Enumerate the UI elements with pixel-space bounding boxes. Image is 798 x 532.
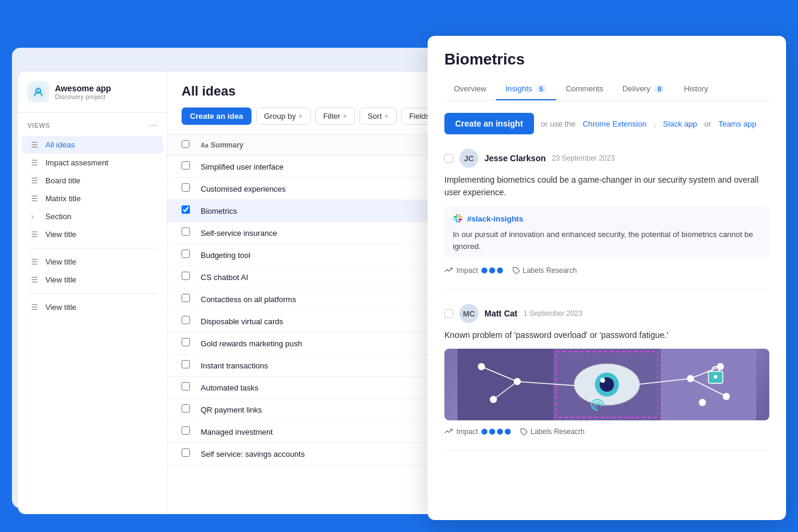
detail-tabs: Overview Insights 5 Comments Delivery 8 … xyxy=(444,78,769,101)
app-icon xyxy=(27,81,49,103)
select-all-checkbox[interactable] xyxy=(182,140,189,148)
row-checkbox[interactable] xyxy=(182,272,190,280)
list-icon: ☰ xyxy=(31,176,41,185)
row-checkbox[interactable] xyxy=(182,426,190,435)
row-checkbox[interactable] xyxy=(182,183,190,192)
labels-metric-1: Labels Research xyxy=(512,266,577,275)
label-icon-2 xyxy=(520,428,528,436)
sidebar-item-label: Section xyxy=(45,212,71,221)
impact-dots-1 xyxy=(481,267,503,273)
sidebar-item-label: View title xyxy=(45,230,76,239)
or-use-text: or use the xyxy=(541,119,576,128)
svg-rect-5 xyxy=(458,349,553,420)
filter-button[interactable]: Filter + xyxy=(315,107,355,125)
sidebar-item-matrix-title[interactable]: ☰ Matrix title xyxy=(22,190,163,207)
delivery-badge: 8 xyxy=(654,85,665,93)
row-checkbox[interactable] xyxy=(182,205,190,214)
impact-metric-2: Impact xyxy=(444,428,511,436)
list-icon: ☰ xyxy=(31,140,41,149)
row-checkbox[interactable] xyxy=(182,404,190,413)
slack-icon xyxy=(453,213,464,224)
impact-icon-2 xyxy=(444,428,453,436)
dot-2-3 xyxy=(497,429,503,435)
insight-author-2: Matt Cat xyxy=(484,309,517,318)
dot-3 xyxy=(497,267,503,273)
list-icon: ☰ xyxy=(31,158,41,167)
slack-app-link[interactable]: Slack app xyxy=(663,119,697,128)
slack-quote-1: In our pursuit of innovation and enhance… xyxy=(453,229,761,252)
insight-card-1: JC Jesse Clarkson 23 September 2023 Impl… xyxy=(444,149,769,290)
svg-rect-7 xyxy=(661,349,756,420)
svg-point-2 xyxy=(38,90,39,92)
sidebar-item-view-title-2[interactable]: ☰ View title xyxy=(22,253,163,270)
slack-reference-1: #slack-insights In our pursuit of innova… xyxy=(444,206,769,259)
create-insight-button[interactable]: Create an insight xyxy=(444,113,534,134)
sidebar-item-all-ideas[interactable]: ☰ All ideas xyxy=(22,136,163,153)
chrome-extension-link[interactable]: Chrome Extension xyxy=(582,119,646,128)
tab-comments[interactable]: Comments xyxy=(556,78,613,100)
dot-1 xyxy=(481,267,487,273)
labels-metric-2: Labels Reseacrh xyxy=(520,428,585,436)
group-by-button[interactable]: Group by + xyxy=(256,107,311,125)
app-header: Awesome app Discovery project xyxy=(18,81,167,113)
insight-author-1: Jesse Clarkson xyxy=(484,153,546,163)
sidebar-item-board-title[interactable]: ☰ Board title xyxy=(22,172,163,189)
insight-footer-1: Impact Labels Research xyxy=(444,266,769,275)
views-more-button[interactable]: ··· xyxy=(149,120,157,131)
tab-history[interactable]: History xyxy=(674,78,717,100)
tab-insights[interactable]: Insights 5 xyxy=(496,78,556,100)
row-checkbox[interactable] xyxy=(182,161,190,170)
views-header: VIEWS ··· xyxy=(18,120,167,136)
row-checkbox[interactable] xyxy=(182,448,190,457)
insights-badge: 5 xyxy=(536,85,547,93)
insight-date-1: 23 September 2023 xyxy=(552,154,615,162)
or-text-2: or xyxy=(704,119,711,128)
row-checkbox[interactable] xyxy=(182,250,190,258)
insight-date-2: 1 September 2023 xyxy=(523,309,582,318)
views-label: VIEWS xyxy=(27,122,50,129)
sidebar-item-section[interactable]: › Section xyxy=(22,208,163,225)
sort-plus-icon: + xyxy=(384,112,389,121)
sort-button[interactable]: Sort + xyxy=(360,107,396,125)
detail-title: Biometrics xyxy=(444,50,769,69)
sidebar-item-label: Matrix title xyxy=(45,194,81,203)
dot-2-2 xyxy=(489,429,495,435)
tab-overview[interactable]: Overview xyxy=(444,78,496,100)
create-insight-bar: Create an insight or use the Chrome Exte… xyxy=(444,113,769,134)
dot-2-4 xyxy=(505,429,511,435)
insight-meta-1: JC Jesse Clarkson 23 September 2023 xyxy=(444,149,769,168)
sidebar-item-label: All ideas xyxy=(45,140,75,149)
row-checkbox[interactable] xyxy=(182,360,190,368)
teams-app-link[interactable]: Teams app xyxy=(719,119,757,128)
insight-checkbox-1[interactable] xyxy=(444,154,453,163)
row-checkbox[interactable] xyxy=(182,227,190,236)
slack-channel-1[interactable]: #slack-insights xyxy=(453,213,761,224)
sidebar-item-label: Board title xyxy=(45,176,81,185)
row-checkbox[interactable] xyxy=(182,382,190,390)
sidebar-item-label: View title xyxy=(45,257,76,266)
detail-header: Biometrics Overview Insights 5 Comments … xyxy=(428,36,786,101)
insight-meta-2: MC Matt Cat 1 September 2023 xyxy=(444,304,769,323)
svg-point-12 xyxy=(600,378,605,383)
row-checkbox[interactable] xyxy=(182,316,190,324)
sidebar-item-view-title-3[interactable]: ☰ View title xyxy=(22,271,163,288)
sidebar-item-label: Impact assesment xyxy=(45,158,109,167)
create-idea-button[interactable]: Create an idea xyxy=(182,107,251,125)
group-by-plus-icon: + xyxy=(298,112,303,121)
sidebar-item-view-title-4[interactable]: ☰ View title xyxy=(22,299,163,316)
sidebar-divider-2 xyxy=(27,293,157,294)
row-checkbox[interactable] xyxy=(182,338,190,346)
sort-label: Sort xyxy=(367,112,382,121)
impact-dots-2 xyxy=(481,429,511,435)
sidebar-item-view-title-1[interactable]: ☰ View title xyxy=(22,226,163,243)
labels-value-2: Reseacrh xyxy=(554,428,584,436)
label-icon xyxy=(512,267,520,275)
tab-delivery[interactable]: Delivery 8 xyxy=(613,78,674,100)
sidebar-item-label: View title xyxy=(45,275,76,284)
row-checkbox[interactable] xyxy=(182,294,190,302)
fields-label: Fields xyxy=(409,112,430,121)
list-icon: ☰ xyxy=(31,275,41,284)
sidebar-item-impact-assessment[interactable]: ☰ Impact assesment xyxy=(22,154,163,171)
sidebar-divider-1 xyxy=(27,248,157,248)
insight-checkbox-2[interactable] xyxy=(444,309,453,318)
